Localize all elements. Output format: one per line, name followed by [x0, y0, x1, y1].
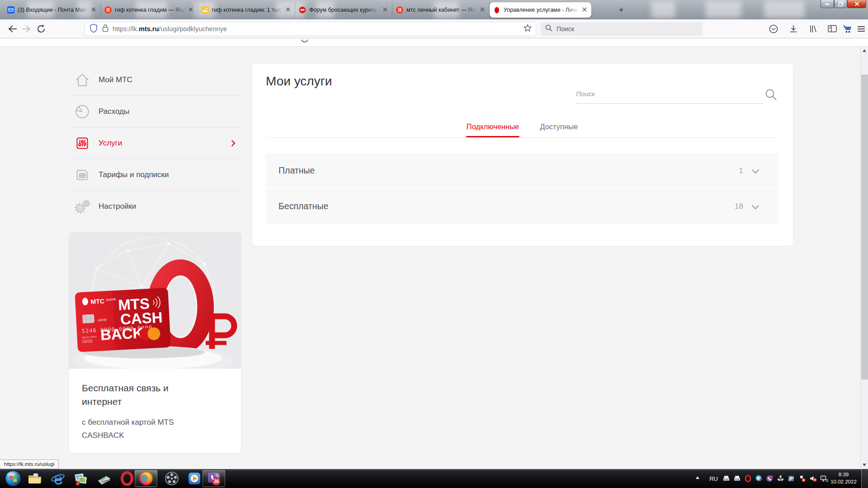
sidebar-item-expenses[interactable]: Расходы — [69, 95, 242, 127]
show-hidden-icons-arrow[interactable] — [696, 476, 699, 479]
yandex-icon: Я — [104, 6, 112, 14]
back-button[interactable] — [5, 22, 19, 36]
tab-yandex-mts-search[interactable]: Я мтс личный кабинет — Яндекс — [392, 2, 490, 18]
scroll-down-arrow[interactable] — [863, 464, 866, 466]
tray-flag-problem-icon[interactable] — [798, 475, 806, 482]
accordion-row-paid[interactable]: Платные 1 — [266, 153, 778, 188]
glass-blur-blob — [705, 1, 741, 18]
mastercard-icon — [139, 327, 160, 341]
accordion-row-free[interactable]: Бесплатные 18 — [266, 188, 778, 224]
search-bar[interactable] — [541, 22, 703, 36]
sidebar-item-label: Мой МТС — [99, 75, 132, 84]
url-scheme: https://lk. — [113, 25, 139, 33]
lock-icon[interactable] — [102, 23, 109, 34]
taskbar-photo-viewer-icon[interactable] — [70, 470, 92, 487]
tab-close-icon[interactable] — [189, 7, 194, 13]
tab-list: (3) Входящие - Почта Mail.ru Я гиф котен… — [4, 2, 591, 19]
cut-off-header-glyph — [301, 39, 308, 44]
tab-close-icon[interactable] — [582, 7, 588, 13]
tab-image-results[interactable]: гиф котенка гладим: 1 тыс изо — [198, 2, 295, 18]
tab-title: гиф котенка гладим — Яндекс — [115, 7, 185, 13]
taskbar-firefox-icon-active[interactable] — [135, 470, 157, 487]
tab-mail-inbox[interactable]: (3) Входящие - Почта Mail.ru — [4, 2, 101, 18]
window-controls — [821, 0, 866, 8]
promo-banner[interactable]: МТС БАНК MTS CASH BACK world 5246 0000 0… — [69, 232, 241, 454]
taskbar-clock[interactable]: 8:39 10.02.2022 — [827, 471, 860, 485]
reload-button[interactable] — [34, 22, 48, 36]
tray-browser-alert-icon[interactable] — [755, 475, 763, 482]
taskbar-ie-icon[interactable] — [47, 470, 69, 487]
page-title: Мои услуги — [266, 74, 332, 89]
group-label: Платные — [278, 165, 315, 176]
chevron-down-icon[interactable] — [751, 169, 760, 174]
taskbar-explorer-icon[interactable] — [24, 470, 46, 487]
download-icon[interactable] — [787, 22, 800, 36]
tray-printer-icon[interactable] — [722, 475, 730, 482]
shopping-cart-extension-icon[interactable] — [841, 22, 854, 36]
sim-card-icon — [72, 165, 92, 185]
new-tab-button[interactable]: + — [615, 4, 627, 16]
sidebar-item-settings[interactable]: Настройки — [69, 190, 242, 222]
sidebar-item-tariffs[interactable]: Тарифы и подписки — [69, 159, 242, 190]
search-input[interactable] — [556, 25, 684, 33]
menu-hamburger-icon[interactable] — [854, 22, 868, 36]
sidebar-item-label: Тарифы и подписки — [99, 170, 169, 179]
tab-close-icon[interactable] — [286, 7, 291, 13]
minimize-button[interactable] — [821, 0, 834, 8]
tab-quit-smoking-forum[interactable]: Форум бросающих курить и п — [295, 2, 392, 18]
sidebar-item-my-mts[interactable]: Мой МТС — [69, 64, 242, 95]
tab-close-icon[interactable] — [383, 7, 388, 13]
tray-viber-icon[interactable] — [766, 475, 774, 482]
show-desktop-button[interactable] — [861, 469, 868, 488]
tray-volume-muted-icon[interactable] — [809, 475, 817, 482]
glass-blur-blob — [651, 1, 675, 18]
forward-button[interactable] — [20, 22, 33, 36]
sidebars-icon[interactable] — [826, 22, 839, 36]
taskbar-viber-icon[interactable]: 36 — [203, 470, 225, 487]
page-header-partial — [0, 38, 868, 47]
services-search-field[interactable] — [575, 89, 763, 104]
pocket-icon[interactable] — [767, 22, 780, 36]
url-text: https://lk.mts.ru/uslugi/podklyuchennye — [113, 25, 227, 33]
pie-chart-icon — [72, 102, 92, 122]
page-scrollbar[interactable] — [860, 47, 868, 469]
scroll-up-arrow[interactable] — [863, 49, 866, 52]
sidebar-item-label: Услуги — [99, 139, 122, 148]
close-button[interactable] — [847, 0, 866, 8]
library-icon[interactable] — [807, 22, 820, 36]
services-search-input[interactable] — [575, 89, 749, 98]
scrollbar-thumb[interactable] — [861, 75, 868, 380]
taskbar-scanner-icon[interactable] — [93, 470, 115, 487]
search-icon[interactable] — [765, 89, 778, 101]
services-card: Мои услуги Подключенные Доступные Платны… — [252, 64, 793, 246]
tab-connected[interactable]: Подключенные — [467, 122, 519, 137]
gears-icon — [72, 197, 92, 216]
language-indicator[interactable]: RU — [709, 475, 718, 482]
address-bar[interactable]: https://lk.mts.ru/uslugi/podklyuchennye — [85, 22, 536, 36]
start-button[interactable] — [2, 470, 24, 487]
url-path: /uslugi/podklyuchennye — [159, 25, 227, 33]
sliders-icon — [72, 133, 92, 153]
tab-mts-services-active[interactable]: Управление услугами - Личны — [490, 2, 591, 18]
browser-tab-bar: (3) Входящие - Почта Mail.ru Я гиф котен… — [0, 0, 868, 19]
bookmark-star-icon[interactable] — [524, 24, 532, 34]
tab-yandex-gif-search[interactable]: Я гиф котенка гладим — Яндекс — [101, 2, 198, 18]
taskbar-film-reel-icon[interactable] — [160, 470, 183, 487]
tray-opera-icon[interactable] — [744, 475, 752, 482]
tab-close-icon[interactable] — [91, 7, 97, 13]
tab-available[interactable]: Доступные — [540, 122, 578, 137]
restore-button[interactable] — [834, 0, 847, 8]
clock-date: 10.02.2022 — [827, 478, 860, 485]
sidebar-item-label: Настройки — [99, 202, 136, 211]
sidebar-item-services[interactable]: Услуги — [69, 127, 242, 159]
chevron-down-icon[interactable] — [751, 205, 760, 210]
tray-fan-icon[interactable] — [777, 475, 784, 482]
group-label: Бесплатные — [278, 201, 328, 211]
no-smoking-icon — [299, 6, 306, 14]
tab-title: Управление услугами - Личны — [504, 7, 579, 13]
tray-card-reader-icon[interactable] — [788, 475, 795, 482]
tab-close-icon[interactable] — [480, 7, 486, 13]
tracking-shield-icon[interactable] — [90, 23, 98, 34]
tray-printer-icon[interactable] — [733, 475, 741, 482]
svg-text:03/22: 03/22 — [82, 339, 93, 344]
